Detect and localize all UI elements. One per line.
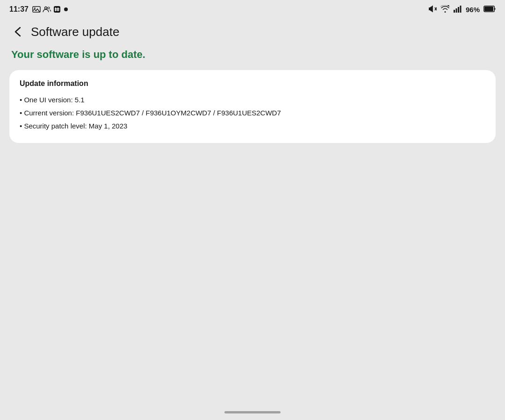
svg-point-2 (44, 7, 47, 9)
dot-indicator (64, 7, 68, 11)
svg-rect-14 (458, 7, 459, 13)
svg-point-3 (48, 7, 50, 9)
page-title: Software update (31, 25, 119, 39)
up-to-date-heading: Your software is up to date. (9, 49, 496, 61)
svg-rect-15 (460, 6, 461, 13)
main-content: Your software is up to date. Update info… (0, 47, 505, 152)
svg-rect-17 (484, 7, 493, 11)
svg-rect-13 (455, 8, 457, 13)
bottom-nav-pill (224, 411, 281, 413)
wifi-icon (440, 5, 450, 14)
status-time: 11:37 (9, 5, 29, 14)
svg-rect-12 (454, 10, 455, 13)
battery-icon (483, 6, 496, 14)
status-icons (32, 6, 68, 13)
info-line-3: • Security patch level: May 1, 2023 (20, 121, 485, 132)
header: Software update (0, 19, 505, 47)
info-line-2: • Current version: F936U1UES2CWD7 / F936… (20, 107, 485, 119)
svg-point-1 (34, 7, 36, 9)
signal-icon (454, 5, 462, 14)
people-icon (43, 6, 51, 13)
status-bar: 11:37 (0, 0, 505, 19)
update-info-card: Update information • One UI version: 5.1… (9, 70, 496, 143)
gallery-icon (32, 6, 41, 13)
info-card-title: Update information (20, 79, 485, 88)
back-button[interactable] (9, 23, 26, 40)
status-right: 96% (428, 5, 496, 14)
slack-icon (53, 6, 61, 13)
svg-rect-4 (54, 6, 60, 13)
status-left: 11:37 (9, 5, 68, 14)
battery-percent: 96% (466, 6, 480, 14)
info-card-body: • One UI version: 5.1 • Current version:… (20, 94, 485, 132)
mute-icon (428, 5, 437, 14)
info-line-1: • One UI version: 5.1 (20, 94, 485, 106)
